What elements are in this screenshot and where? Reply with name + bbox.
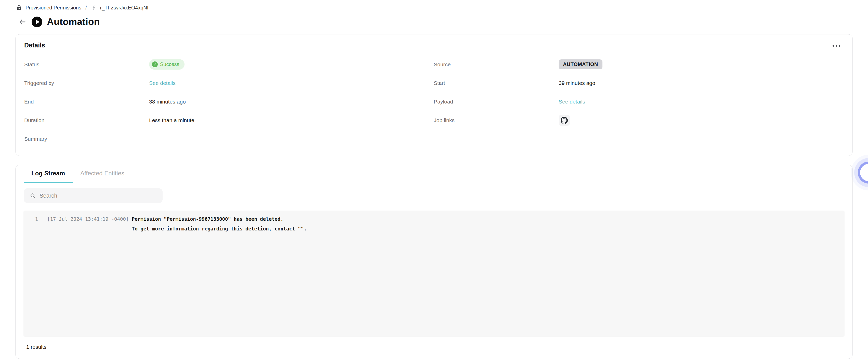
field-label: Triggered by bbox=[24, 80, 149, 86]
tab-log-stream[interactable]: Log Stream bbox=[24, 165, 73, 183]
lock-icon bbox=[16, 4, 23, 11]
status-badge: Success bbox=[149, 59, 185, 69]
end-value: 38 minutes ago bbox=[149, 99, 186, 105]
log-card: Log Stream Affected Entities 1 [17 Jul 2… bbox=[15, 165, 853, 359]
field-label: Summary bbox=[24, 136, 149, 142]
field-payload: Payload See details bbox=[434, 92, 843, 111]
breadcrumb-link-provisioned-permissions[interactable]: Provisioned Permissions bbox=[26, 5, 81, 11]
breadcrumb-separator: / bbox=[85, 5, 87, 11]
field-label: Source bbox=[434, 61, 559, 67]
breadcrumb: Provisioned Permissions / r_TFztwrJxxEO4… bbox=[16, 4, 868, 11]
field-end: End 38 minutes ago bbox=[24, 92, 434, 111]
source-badge: AUTOMATION bbox=[559, 59, 602, 69]
details-card-title: Details bbox=[24, 41, 843, 49]
field-status: Status Success bbox=[24, 55, 434, 74]
help-widget-button[interactable] bbox=[858, 162, 868, 184]
field-label: Job links bbox=[434, 117, 559, 123]
log-line: 1 [17 Jul 2024 13:41:19 -0400] Permissio… bbox=[24, 214, 844, 224]
triggered-by-see-details-link[interactable]: See details bbox=[149, 80, 176, 86]
page-title: Automation bbox=[47, 17, 100, 27]
log-line: To get more information regarding this d… bbox=[24, 224, 844, 234]
field-label: Payload bbox=[434, 99, 559, 105]
field-label: Status bbox=[24, 61, 149, 67]
log-message: To get more information regarding this d… bbox=[132, 224, 307, 234]
field-label: End bbox=[24, 99, 149, 105]
more-options-button[interactable] bbox=[831, 43, 842, 49]
status-badge-label: Success bbox=[160, 61, 179, 67]
duration-value: Less than a minute bbox=[149, 117, 194, 123]
start-value: 39 minutes ago bbox=[559, 80, 595, 86]
field-duration: Duration Less than a minute bbox=[24, 111, 434, 129]
results-count: 1 results bbox=[26, 344, 852, 350]
search-box bbox=[24, 188, 163, 203]
search-icon bbox=[30, 193, 36, 199]
search-input[interactable] bbox=[39, 192, 158, 199]
field-summary: Summary bbox=[24, 129, 434, 148]
field-source: Source AUTOMATION bbox=[434, 55, 843, 74]
log-line-number: 1 bbox=[24, 214, 47, 224]
log-message: Permission "Permission-9967133000" has b… bbox=[132, 214, 283, 224]
arrow-left-icon bbox=[18, 18, 27, 26]
log-viewer: 1 [17 Jul 2024 13:41:19 -0400] Permissio… bbox=[24, 211, 844, 337]
check-circle-icon bbox=[152, 61, 158, 67]
field-label: Start bbox=[434, 80, 559, 86]
payload-see-details-link[interactable]: See details bbox=[559, 99, 585, 105]
lightning-bolt-icon bbox=[91, 5, 97, 11]
field-label: Duration bbox=[24, 117, 149, 123]
field-triggered-by: Triggered by See details bbox=[24, 74, 434, 92]
github-icon bbox=[561, 117, 568, 124]
log-timestamp: [17 Jul 2024 13:41:19 -0400] bbox=[47, 214, 132, 224]
tab-affected-entities[interactable]: Affected Entities bbox=[73, 165, 132, 183]
details-card: Details Status Success Source AUTOMATION bbox=[15, 34, 853, 156]
breadcrumb-current-run-id: r_TFztwrJxxEO4xqNF bbox=[100, 5, 150, 11]
ellipsis-icon bbox=[833, 45, 834, 47]
back-button[interactable] bbox=[18, 17, 27, 27]
play-icon bbox=[32, 17, 42, 27]
tab-bar: Log Stream Affected Entities bbox=[16, 165, 852, 183]
github-link-button[interactable] bbox=[559, 115, 570, 126]
page-header: Automation bbox=[18, 15, 868, 29]
details-fields: Status Success Source AUTOMATION Trigger… bbox=[24, 55, 843, 148]
field-start: Start 39 minutes ago bbox=[434, 74, 843, 92]
field-job-links: Job links bbox=[434, 111, 843, 129]
